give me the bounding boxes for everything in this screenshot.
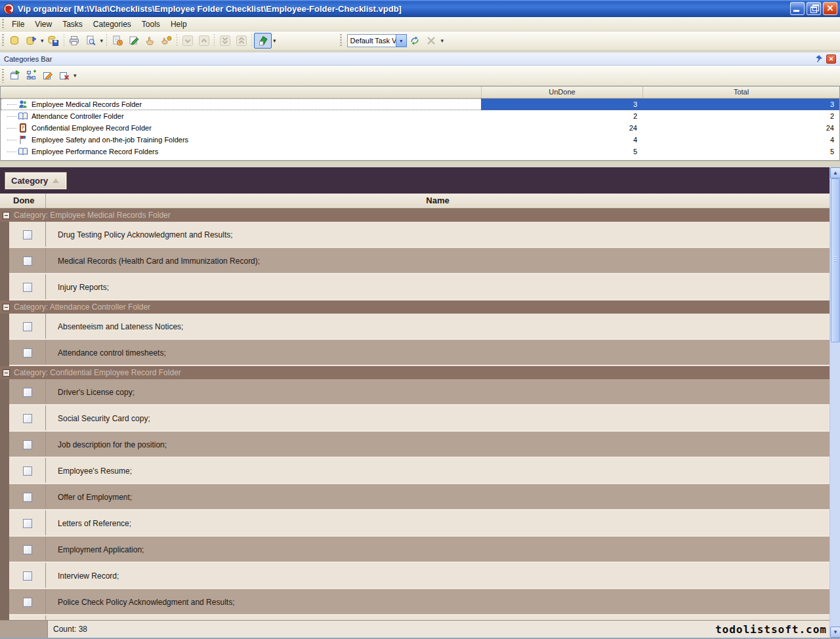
- task-row[interactable]: Police Check Policy Acknowledgment and R…: [0, 589, 830, 615]
- task-view-dropdown-icon[interactable]: ▾: [272, 37, 278, 44]
- task-checkbox[interactable]: [23, 466, 32, 476]
- task-row[interactable]: Interview Record;: [0, 563, 830, 589]
- task-checkbox[interactable]: [23, 322, 32, 331]
- task-view-icon[interactable]: [254, 33, 272, 49]
- total-column-header[interactable]: Total: [642, 87, 839, 98]
- close-button[interactable]: [823, 2, 837, 15]
- task-row[interactable]: Absenteeism and Lateness Notices;: [0, 314, 830, 340]
- minimize-button[interactable]: [790, 2, 805, 15]
- apply-view-icon[interactable]: [407, 33, 423, 49]
- task-checkbox[interactable]: [23, 388, 32, 397]
- view-combobox-dropdown-icon[interactable]: [396, 34, 407, 47]
- task-row[interactable]: Medical Records (Health Card and Immuniz…: [0, 248, 830, 274]
- print-preview-dropdown-icon[interactable]: ▾: [99, 37, 105, 44]
- edit-task-icon[interactable]: [125, 33, 142, 49]
- print-icon[interactable]: [66, 33, 83, 49]
- view-toolbar-grip[interactable]: [339, 34, 343, 47]
- scroll-up-icon[interactable]: ▲: [830, 167, 840, 178]
- category-name-cell[interactable]: Employee Medical Records Folder: [1, 98, 481, 110]
- task-checkbox[interactable]: [23, 440, 32, 449]
- new-task-icon[interactable]: [109, 33, 125, 49]
- menu-tasks[interactable]: Tasks: [57, 18, 88, 31]
- new-category-icon[interactable]: [7, 68, 23, 83]
- collapse-icon[interactable]: [3, 212, 10, 219]
- view-combobox[interactable]: Default Task V: [347, 34, 407, 47]
- task-row[interactable]: Employee's Resume;: [0, 458, 830, 484]
- task-row[interactable]: Offer of Employment;: [0, 484, 830, 510]
- category-group-row[interactable]: Category: Confidential Employee Record F…: [0, 366, 830, 379]
- name-column-header[interactable]: Name: [46, 194, 830, 208]
- task-row[interactable]: Drug Testing Policy Acknowledgment and R…: [0, 222, 830, 248]
- menu-file[interactable]: File: [7, 18, 30, 31]
- move-top-icon[interactable]: [233, 33, 249, 49]
- task-row[interactable]: Social Security Card copy;: [0, 405, 830, 432]
- category-name-cell[interactable]: Attendance Controller Folder: [1, 110, 481, 122]
- task-row[interactable]: Driver's License copy;: [0, 379, 830, 405]
- category-row[interactable]: Employee Safety and on-the-job Training …: [1, 134, 839, 146]
- category-group-row[interactable]: Category: Attendance Controller Folder: [0, 300, 830, 314]
- category-row[interactable]: Confidential Employee Record Folder 24 2…: [1, 122, 839, 134]
- view-combobox-value[interactable]: Default Task V: [347, 34, 396, 47]
- move-up-icon[interactable]: [196, 33, 212, 49]
- category-row[interactable]: Attendance Controller Folder 2 2: [1, 110, 839, 122]
- vertical-scrollbar[interactable]: ▲ ▼: [830, 167, 840, 638]
- toolbar-grip[interactable]: [1, 34, 5, 47]
- move-bottom-icon[interactable]: [217, 33, 233, 49]
- task-row[interactable]: Attendance control timesheets;: [0, 340, 830, 366]
- category-row[interactable]: Employee Medical Records Folder 3 3: [1, 98, 839, 110]
- task-checkbox[interactable]: [23, 348, 32, 358]
- category-name-cell[interactable]: Confidential Employee Record Folder: [1, 122, 481, 134]
- new-database-icon[interactable]: [7, 33, 23, 49]
- done-column-header[interactable]: Done: [0, 194, 46, 208]
- category-name-column-header[interactable]: [1, 87, 481, 98]
- task-checkbox[interactable]: [23, 519, 32, 528]
- task-row[interactable]: Job description for the position;: [0, 432, 830, 458]
- menu-categories[interactable]: Categories: [88, 18, 136, 31]
- task-checkbox[interactable]: [23, 545, 32, 554]
- edit-category-icon[interactable]: [39, 68, 56, 83]
- done-cell: [9, 248, 46, 274]
- task-checkbox[interactable]: [23, 230, 32, 239]
- category-group-row[interactable]: Category: Employee Medical Records Folde…: [0, 209, 830, 222]
- scroll-down-icon[interactable]: ▼: [830, 627, 840, 638]
- clear-view-icon[interactable]: [423, 33, 440, 49]
- panel-splitter[interactable]: [0, 161, 840, 167]
- menu-grip[interactable]: [1, 19, 5, 29]
- pin-icon[interactable]: [813, 54, 824, 64]
- categories-toolbar-grip[interactable]: [1, 69, 5, 83]
- categories-bar-close-icon[interactable]: ✕: [826, 54, 836, 64]
- undone-column-header[interactable]: UnDone: [481, 87, 642, 98]
- open-database-icon[interactable]: [23, 33, 39, 49]
- menu-tools[interactable]: Tools: [136, 18, 165, 31]
- task-row[interactable]: Letters of Reference;: [0, 510, 830, 537]
- category-name-cell[interactable]: Employee Performance Record Folders: [1, 146, 481, 157]
- task-row[interactable]: Injury Reports;: [0, 274, 830, 300]
- task-checkbox[interactable]: [23, 414, 32, 423]
- category-row[interactable]: Employee Performance Record Folders 5 5: [1, 146, 839, 157]
- restore-button[interactable]: [807, 2, 821, 15]
- menu-view[interactable]: View: [30, 18, 57, 31]
- new-subcategory-icon[interactable]: [23, 68, 39, 83]
- menu-help[interactable]: Help: [165, 18, 192, 31]
- scrollbar-thumb[interactable]: [831, 178, 840, 342]
- collapse-icon[interactable]: [3, 369, 10, 377]
- categories-toolbar-overflow-icon[interactable]: ▾: [72, 72, 78, 79]
- category-name-cell[interactable]: Employee Safety and on-the-job Training …: [1, 134, 481, 146]
- task-row[interactable]: Employment Application;: [0, 537, 830, 563]
- assign-task-icon[interactable]: [142, 33, 158, 49]
- complete-task-icon[interactable]: [158, 33, 175, 49]
- open-database-dropdown-icon[interactable]: ▾: [39, 37, 45, 44]
- delete-category-icon[interactable]: [56, 68, 72, 83]
- task-checkbox[interactable]: [23, 598, 32, 607]
- toolbar-overflow-icon[interactable]: ▾: [440, 37, 446, 44]
- task-checkbox[interactable]: [23, 493, 32, 502]
- save-database-icon[interactable]: [45, 33, 62, 49]
- toolbar-separator: [64, 34, 64, 47]
- task-checkbox[interactable]: [23, 257, 32, 266]
- print-preview-icon[interactable]: [83, 33, 99, 49]
- group-by-category-button[interactable]: Category: [5, 173, 66, 189]
- task-checkbox[interactable]: [23, 571, 32, 581]
- task-checkbox[interactable]: [23, 283, 32, 292]
- move-down-icon[interactable]: [179, 33, 196, 49]
- collapse-icon[interactable]: [3, 304, 10, 311]
